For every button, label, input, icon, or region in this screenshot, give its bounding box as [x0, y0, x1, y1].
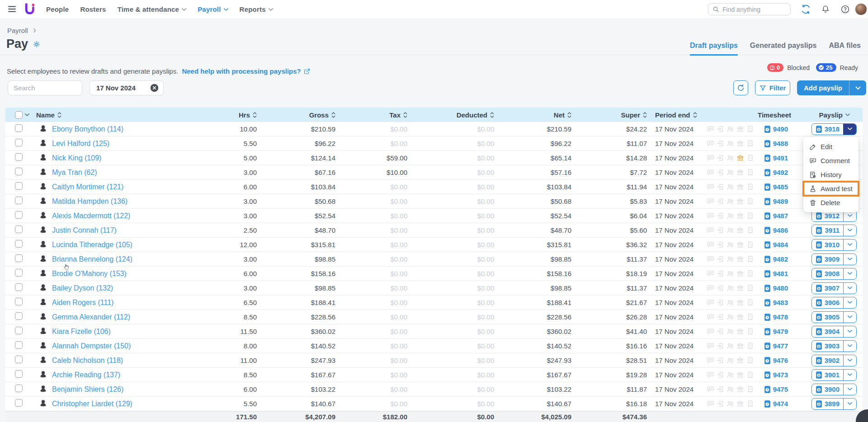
- export-icon[interactable]: [717, 356, 724, 364]
- bank-icon[interactable]: [736, 255, 744, 263]
- export-icon[interactable]: [717, 284, 724, 292]
- comment-icon[interactable]: [707, 400, 714, 408]
- bank-icon[interactable]: [736, 154, 744, 162]
- timesheet-link[interactable]: 9475: [764, 385, 788, 394]
- employee-link[interactable]: Caitlyn Mortimer (121): [52, 183, 123, 191]
- timesheet-link[interactable]: 9487: [764, 212, 788, 220]
- payslip-chip[interactable]: $3918: [811, 123, 857, 135]
- comment-icon[interactable]: [707, 197, 714, 205]
- export-icon[interactable]: [717, 197, 724, 205]
- sort-icon[interactable]: [693, 112, 697, 118]
- people-icon[interactable]: [726, 385, 734, 393]
- bank-icon[interactable]: [736, 328, 744, 335]
- timesheet-link[interactable]: 9474: [764, 400, 788, 408]
- sort-icon[interactable]: [57, 112, 61, 118]
- add-payslip-button[interactable]: Add payslip: [797, 80, 849, 95]
- employee-link[interactable]: Nick King (109): [52, 154, 101, 162]
- bank-icon[interactable]: [736, 313, 744, 321]
- receipt-icon[interactable]: $: [746, 140, 754, 147]
- receipt-icon[interactable]: $: [746, 385, 754, 393]
- export-icon[interactable]: [717, 299, 724, 306]
- receipt-icon[interactable]: $: [746, 125, 754, 133]
- row-checkbox[interactable]: [15, 384, 23, 392]
- row-checkbox[interactable]: [15, 399, 23, 407]
- header-net[interactable]: Net: [494, 111, 571, 119]
- people-icon[interactable]: [726, 342, 734, 350]
- employee-link[interactable]: Archie Reading (137): [52, 371, 120, 379]
- global-search[interactable]: [708, 3, 791, 15]
- row-checkbox[interactable]: [15, 254, 23, 262]
- timesheet-link[interactable]: 9490: [764, 125, 788, 133]
- date-filter[interactable]: 17 Nov 2024: [90, 80, 164, 95]
- people-icon[interactable]: [726, 313, 734, 321]
- select-all-checkbox[interactable]: [15, 111, 23, 119]
- clear-date-icon[interactable]: [150, 84, 159, 92]
- export-icon[interactable]: [717, 154, 724, 162]
- sort-icon[interactable]: [403, 112, 407, 118]
- header-gross[interactable]: Gross: [257, 111, 335, 119]
- people-icon[interactable]: [726, 270, 734, 277]
- timesheet-link[interactable]: 9485: [764, 183, 788, 191]
- refresh-button[interactable]: [733, 80, 748, 95]
- row-checkbox[interactable]: [15, 139, 23, 146]
- export-icon[interactable]: [717, 400, 724, 408]
- add-payslip-dropdown[interactable]: [849, 80, 866, 95]
- timesheet-link[interactable]: 9489: [764, 197, 788, 206]
- help-link[interactable]: Need help with processing payslips?: [182, 67, 310, 75]
- employee-link[interactable]: Alexis Macdermott (122): [52, 212, 130, 220]
- timesheet-link[interactable]: 9492: [764, 169, 788, 177]
- comment-icon[interactable]: [707, 284, 714, 292]
- employee-link[interactable]: Ebony Bonython (114): [52, 125, 123, 133]
- payslip-dropdown[interactable]: [843, 124, 856, 135]
- employee-link[interactable]: Benjamin Shiers (126): [52, 385, 123, 393]
- export-icon[interactable]: [717, 183, 724, 191]
- bank-icon[interactable]: [736, 342, 744, 350]
- user-avatar[interactable]: [855, 3, 867, 15]
- payslip-chip[interactable]: $3902: [811, 355, 857, 366]
- comment-icon[interactable]: [707, 342, 714, 350]
- export-icon[interactable]: [717, 226, 724, 234]
- bell-icon[interactable]: [821, 0, 830, 18]
- people-icon[interactable]: [726, 284, 734, 292]
- nav-item-reports[interactable]: Reports: [240, 5, 273, 13]
- comment-icon[interactable]: [707, 371, 714, 379]
- people-icon[interactable]: [726, 241, 734, 249]
- employee-link[interactable]: Alannah Dempster (150): [52, 342, 131, 350]
- nav-item-payroll[interactable]: Payroll: [198, 5, 228, 13]
- bank-icon[interactable]: [736, 400, 744, 408]
- filter-button[interactable]: Filter: [755, 80, 790, 95]
- comment-icon[interactable]: [707, 270, 714, 277]
- people-icon[interactable]: [726, 154, 734, 162]
- receipt-icon[interactable]: $: [746, 371, 754, 379]
- row-checkbox[interactable]: [15, 168, 23, 175]
- gear-icon[interactable]: [33, 41, 40, 48]
- help-icon[interactable]: [841, 0, 849, 18]
- comment-icon[interactable]: [707, 169, 714, 176]
- row-checkbox[interactable]: [15, 269, 23, 277]
- employee-link[interactable]: Brianna Bennelong (124): [52, 255, 132, 263]
- export-icon[interactable]: [717, 125, 724, 133]
- export-icon[interactable]: [717, 328, 724, 335]
- people-icon[interactable]: [726, 197, 734, 205]
- bank-icon[interactable]: [736, 241, 744, 249]
- row-checkbox[interactable]: [15, 197, 23, 204]
- people-icon[interactable]: [726, 125, 734, 133]
- payslip-dropdown[interactable]: [843, 254, 856, 265]
- export-icon[interactable]: [717, 140, 724, 147]
- payslip-dropdown[interactable]: [843, 326, 856, 337]
- bank-icon[interactable]: [736, 385, 744, 393]
- export-icon[interactable]: [717, 313, 724, 321]
- breadcrumb-payroll[interactable]: Payroll: [7, 27, 28, 34]
- hamburger-menu-icon[interactable]: [8, 6, 16, 12]
- people-icon[interactable]: [726, 212, 734, 220]
- menu-item-award-test[interactable]: Award test: [803, 182, 859, 196]
- timesheet-link[interactable]: 9480: [764, 284, 788, 292]
- payslip-chip[interactable]: $3905: [811, 311, 857, 323]
- payslip-chip[interactable]: $3908: [811, 268, 857, 280]
- bank-icon[interactable]: [736, 371, 744, 379]
- row-checkbox[interactable]: [15, 225, 23, 233]
- receipt-icon[interactable]: $: [746, 226, 754, 234]
- tab-draft-payslips[interactable]: Draft payslips: [690, 42, 738, 56]
- people-icon[interactable]: [726, 328, 734, 335]
- nav-item-time-attendance[interactable]: Time & attendance: [118, 5, 187, 13]
